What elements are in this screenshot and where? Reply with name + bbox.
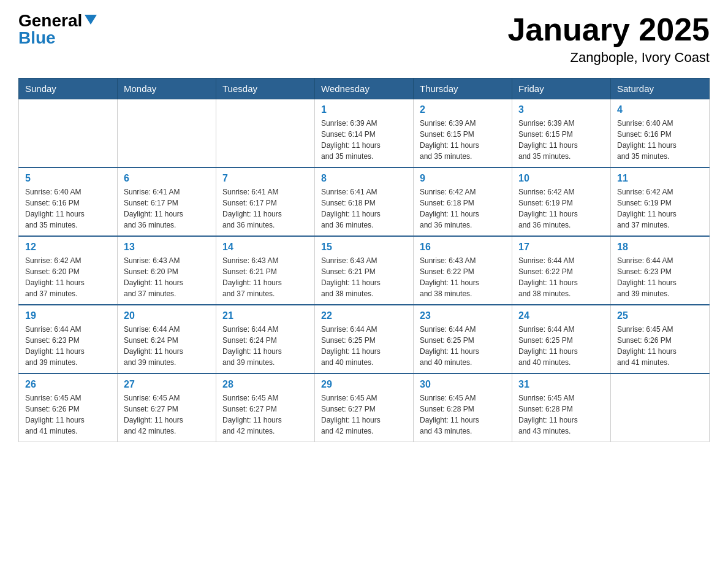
weekday-header-thursday: Thursday [414, 79, 512, 99]
calendar-cell: 3Sunrise: 6:39 AM Sunset: 6:15 PM Daylig… [512, 99, 611, 168]
day-number: 4 [617, 104, 703, 115]
calendar-cell: 22Sunrise: 6:44 AM Sunset: 6:25 PM Dayli… [315, 305, 414, 373]
calendar-cell: 21Sunrise: 6:44 AM Sunset: 6:24 PM Dayli… [216, 305, 315, 373]
calendar-week-row: 5Sunrise: 6:40 AM Sunset: 6:16 PM Daylig… [19, 167, 710, 236]
day-info: Sunrise: 6:41 AM Sunset: 6:17 PM Dayligh… [124, 186, 210, 231]
calendar-week-row: 19Sunrise: 6:44 AM Sunset: 6:23 PM Dayli… [19, 305, 710, 373]
calendar-cell: 11Sunrise: 6:42 AM Sunset: 6:19 PM Dayli… [611, 167, 710, 236]
weekday-header-friday: Friday [512, 79, 611, 99]
day-info: Sunrise: 6:45 AM Sunset: 6:26 PM Dayligh… [617, 324, 703, 368]
weekday-header-wednesday: Wednesday [315, 79, 414, 99]
calendar-cell: 14Sunrise: 6:43 AM Sunset: 6:21 PM Dayli… [216, 236, 315, 305]
calendar-cell: 31Sunrise: 6:45 AM Sunset: 6:28 PM Dayli… [512, 373, 611, 442]
logo: General Blue [18, 12, 97, 47]
day-number: 24 [518, 310, 604, 321]
day-info: Sunrise: 6:44 AM Sunset: 6:24 PM Dayligh… [222, 324, 308, 368]
day-info: Sunrise: 6:41 AM Sunset: 6:17 PM Dayligh… [222, 186, 308, 231]
day-number: 30 [420, 379, 506, 390]
day-number: 17 [518, 242, 604, 253]
calendar-cell: 17Sunrise: 6:44 AM Sunset: 6:22 PM Dayli… [512, 236, 611, 305]
day-info: Sunrise: 6:44 AM Sunset: 6:22 PM Dayligh… [518, 255, 604, 299]
calendar-week-row: 26Sunrise: 6:45 AM Sunset: 6:26 PM Dayli… [19, 373, 710, 442]
day-info: Sunrise: 6:42 AM Sunset: 6:18 PM Dayligh… [420, 186, 506, 231]
day-info: Sunrise: 6:39 AM Sunset: 6:14 PM Dayligh… [321, 118, 407, 162]
weekday-header-saturday: Saturday [611, 79, 710, 99]
calendar-cell: 4Sunrise: 6:40 AM Sunset: 6:16 PM Daylig… [611, 99, 710, 168]
day-info: Sunrise: 6:44 AM Sunset: 6:23 PM Dayligh… [617, 255, 703, 299]
day-number: 7 [222, 173, 308, 184]
day-info: Sunrise: 6:43 AM Sunset: 6:21 PM Dayligh… [321, 255, 407, 299]
calendar-cell: 12Sunrise: 6:42 AM Sunset: 6:20 PM Dayli… [19, 236, 118, 305]
day-number: 31 [518, 379, 604, 390]
calendar-cell: 6Sunrise: 6:41 AM Sunset: 6:17 PM Daylig… [118, 167, 216, 236]
page-header: General Blue January 2025 Zangbople, Ivo… [18, 12, 710, 66]
day-number: 23 [420, 310, 506, 321]
calendar-cell: 20Sunrise: 6:44 AM Sunset: 6:24 PM Dayli… [118, 305, 216, 373]
calendar-cell: 30Sunrise: 6:45 AM Sunset: 6:28 PM Dayli… [414, 373, 512, 442]
day-info: Sunrise: 6:44 AM Sunset: 6:25 PM Dayligh… [420, 324, 506, 368]
calendar-cell: 5Sunrise: 6:40 AM Sunset: 6:16 PM Daylig… [19, 167, 118, 236]
weekday-header-sunday: Sunday [19, 79, 118, 99]
calendar-cell: 7Sunrise: 6:41 AM Sunset: 6:17 PM Daylig… [216, 167, 315, 236]
day-number: 25 [617, 310, 703, 321]
weekday-header-monday: Monday [118, 79, 216, 99]
day-info: Sunrise: 6:40 AM Sunset: 6:16 PM Dayligh… [25, 186, 111, 231]
calendar-cell: 9Sunrise: 6:42 AM Sunset: 6:18 PM Daylig… [414, 167, 512, 236]
day-info: Sunrise: 6:45 AM Sunset: 6:26 PM Dayligh… [25, 393, 111, 437]
day-info: Sunrise: 6:45 AM Sunset: 6:28 PM Dayligh… [420, 393, 506, 437]
calendar-cell: 29Sunrise: 6:45 AM Sunset: 6:27 PM Dayli… [315, 373, 414, 442]
day-info: Sunrise: 6:43 AM Sunset: 6:22 PM Dayligh… [420, 255, 506, 299]
calendar-cell: 23Sunrise: 6:44 AM Sunset: 6:25 PM Dayli… [414, 305, 512, 373]
day-info: Sunrise: 6:44 AM Sunset: 6:25 PM Dayligh… [518, 324, 604, 368]
calendar-cell: 28Sunrise: 6:45 AM Sunset: 6:27 PM Dayli… [216, 373, 315, 442]
day-info: Sunrise: 6:45 AM Sunset: 6:27 PM Dayligh… [124, 393, 210, 437]
calendar-week-row: 1Sunrise: 6:39 AM Sunset: 6:14 PM Daylig… [19, 99, 710, 168]
day-number: 26 [25, 379, 111, 390]
calendar-cell: 13Sunrise: 6:43 AM Sunset: 6:20 PM Dayli… [118, 236, 216, 305]
calendar-cell: 15Sunrise: 6:43 AM Sunset: 6:21 PM Dayli… [315, 236, 414, 305]
calendar-cell: 26Sunrise: 6:45 AM Sunset: 6:26 PM Dayli… [19, 373, 118, 442]
day-number: 8 [321, 173, 407, 184]
day-info: Sunrise: 6:39 AM Sunset: 6:15 PM Dayligh… [420, 118, 506, 162]
day-info: Sunrise: 6:44 AM Sunset: 6:25 PM Dayligh… [321, 324, 407, 368]
calendar-cell: 1Sunrise: 6:39 AM Sunset: 6:14 PM Daylig… [315, 99, 414, 168]
day-number: 11 [617, 173, 703, 184]
day-info: Sunrise: 6:42 AM Sunset: 6:19 PM Dayligh… [617, 186, 703, 231]
logo-blue: Blue [18, 28, 56, 47]
calendar-cell: 10Sunrise: 6:42 AM Sunset: 6:19 PM Dayli… [512, 167, 611, 236]
calendar-cell [611, 373, 710, 442]
day-number: 6 [124, 173, 210, 184]
day-info: Sunrise: 6:41 AM Sunset: 6:18 PM Dayligh… [321, 186, 407, 231]
calendar-cell [118, 99, 216, 168]
day-number: 12 [25, 242, 111, 253]
calendar-cell [19, 99, 118, 168]
day-info: Sunrise: 6:40 AM Sunset: 6:16 PM Dayligh… [617, 118, 703, 162]
day-number: 13 [124, 242, 210, 253]
calendar-cell: 16Sunrise: 6:43 AM Sunset: 6:22 PM Dayli… [414, 236, 512, 305]
day-number: 19 [25, 310, 111, 321]
day-number: 16 [420, 242, 506, 253]
day-number: 27 [124, 379, 210, 390]
calendar-week-row: 12Sunrise: 6:42 AM Sunset: 6:20 PM Dayli… [19, 236, 710, 305]
calendar-cell: 18Sunrise: 6:44 AM Sunset: 6:23 PM Dayli… [611, 236, 710, 305]
day-number: 1 [321, 104, 407, 115]
calendar-cell [216, 99, 315, 168]
calendar-cell: 24Sunrise: 6:44 AM Sunset: 6:25 PM Dayli… [512, 305, 611, 373]
logo-triangle-icon [85, 15, 97, 25]
calendar-cell: 25Sunrise: 6:45 AM Sunset: 6:26 PM Dayli… [611, 305, 710, 373]
day-number: 14 [222, 242, 308, 253]
weekday-header-tuesday: Tuesday [216, 79, 315, 99]
day-info: Sunrise: 6:45 AM Sunset: 6:27 PM Dayligh… [222, 393, 308, 437]
calendar-cell: 8Sunrise: 6:41 AM Sunset: 6:18 PM Daylig… [315, 167, 414, 236]
logo-general: General [18, 12, 82, 29]
day-number: 2 [420, 104, 506, 115]
calendar-title: January 2025 [507, 12, 710, 47]
day-number: 3 [518, 104, 604, 115]
day-number: 22 [321, 310, 407, 321]
calendar-table: SundayMondayTuesdayWednesdayThursdayFrid… [18, 78, 710, 442]
day-info: Sunrise: 6:39 AM Sunset: 6:15 PM Dayligh… [518, 118, 604, 162]
day-info: Sunrise: 6:42 AM Sunset: 6:19 PM Dayligh… [518, 186, 604, 231]
day-info: Sunrise: 6:44 AM Sunset: 6:23 PM Dayligh… [25, 324, 111, 368]
title-block: January 2025 Zangbople, Ivory Coast [507, 12, 710, 66]
day-info: Sunrise: 6:42 AM Sunset: 6:20 PM Dayligh… [25, 255, 111, 299]
